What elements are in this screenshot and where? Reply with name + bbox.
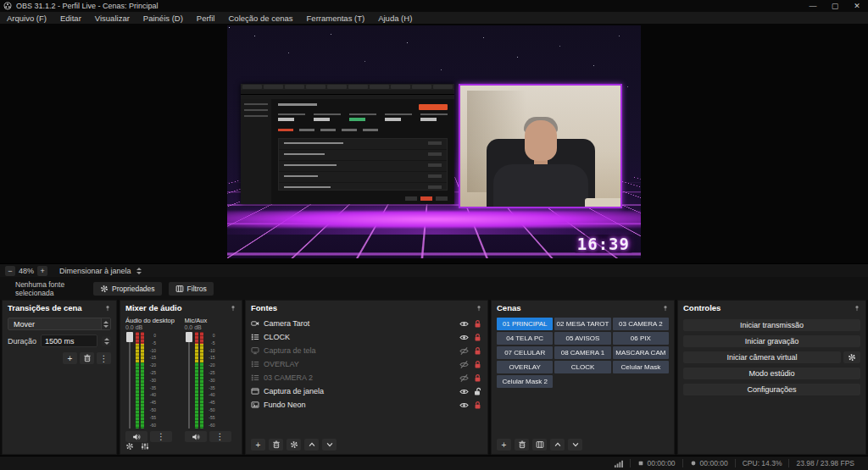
close-button[interactable]: ✕ xyxy=(846,0,868,12)
lock-icon[interactable] xyxy=(473,373,482,383)
transition-select[interactable]: Mover xyxy=(8,318,111,330)
start-streaming-button[interactable]: Iniciar transmissão xyxy=(683,319,860,331)
window-icon xyxy=(251,387,259,395)
remove-source-button[interactable] xyxy=(269,439,283,451)
advanced-audio-icon[interactable] xyxy=(141,442,149,451)
menu-arquivo[interactable]: Arquivo (F) xyxy=(0,12,53,24)
scene-item-camera-2[interactable]: 03 CAMERA 2 xyxy=(613,318,669,330)
eye-icon[interactable] xyxy=(459,333,469,342)
source-row[interactable]: OVERLAY xyxy=(246,357,487,371)
pin-icon[interactable] xyxy=(476,305,482,312)
lock-icon[interactable] xyxy=(473,333,482,342)
channel-options-button[interactable]: ⋮ xyxy=(150,431,172,442)
source-row[interactable]: Captura de tela xyxy=(246,344,487,357)
source-row[interactable]: Camera Tarot xyxy=(246,317,487,330)
maximize-button[interactable]: ▢ xyxy=(824,0,846,12)
mute-button[interactable] xyxy=(185,431,207,442)
eye-icon[interactable] xyxy=(459,319,469,329)
preview-area[interactable]: 16:39 xyxy=(0,24,868,263)
lock-icon[interactable] xyxy=(473,319,482,329)
start-recording-button[interactable]: Iniciar gravação xyxy=(683,335,860,347)
start-virtual-camera-button[interactable]: Iniciar câmera virtual xyxy=(683,351,841,363)
filters-button[interactable]: Filtros xyxy=(169,282,214,296)
add-scene-button[interactable]: + xyxy=(497,439,511,451)
gear-icon xyxy=(290,440,298,449)
properties-button[interactable]: Propriedades xyxy=(93,282,162,296)
duration-input[interactable] xyxy=(41,335,97,347)
fps-counter: 23.98 / 23.98 FPS xyxy=(789,459,861,467)
studio-mode-button[interactable]: Modo estúdio xyxy=(683,368,860,379)
minimize-button[interactable]: — xyxy=(802,0,824,12)
menu-editar[interactable]: Editar xyxy=(53,12,88,24)
volume-slider[interactable] xyxy=(125,332,134,429)
browser-content xyxy=(271,99,454,204)
eye-off-icon[interactable] xyxy=(459,373,469,383)
channel-options-button[interactable]: ⋮ xyxy=(209,431,231,442)
chevron-up-icon xyxy=(554,440,562,449)
zoom-out-button[interactable]: − xyxy=(5,266,15,276)
pin-icon[interactable] xyxy=(662,305,669,312)
lock-icon[interactable] xyxy=(473,346,482,356)
scene-item-principal[interactable]: 01 PRINCIPAL xyxy=(497,318,553,330)
status-bar: 00:00:00 00:00:00 CPU: 14.3% 23.98 / 23.… xyxy=(0,456,868,470)
lock-icon[interactable] xyxy=(473,360,482,369)
menu-colecao-de-cenas[interactable]: Coleção de cenas xyxy=(221,12,299,24)
scale-mode-spinner[interactable] xyxy=(135,266,144,276)
scene-item-clock[interactable]: CLOCK xyxy=(554,361,610,373)
remove-scene-button[interactable] xyxy=(515,439,529,451)
eye-icon[interactable] xyxy=(459,401,469,410)
pin-icon[interactable] xyxy=(104,305,111,312)
scale-mode-label[interactable]: Dimensionar à janela xyxy=(59,267,131,275)
speaker-icon xyxy=(192,433,200,441)
eye-off-icon[interactable] xyxy=(459,346,469,356)
unlock-icon[interactable] xyxy=(473,387,482,396)
duration-spinner[interactable] xyxy=(102,336,111,346)
mute-button[interactable] xyxy=(125,431,147,442)
remove-transition-button[interactable] xyxy=(80,352,94,364)
scene-grid: 01 PRINCIPAL 02 MESA TAROT 03 CAMERA 2 0… xyxy=(497,318,669,388)
menu-visualizar[interactable]: Visualizar xyxy=(88,12,136,24)
move-source-down-button[interactable] xyxy=(322,439,337,451)
settings-button[interactable]: Configurações xyxy=(683,384,860,395)
move-scene-up-button[interactable] xyxy=(550,439,565,451)
scene-item-mesa-tarot[interactable]: 02 MESA TAROT xyxy=(554,318,610,330)
lock-icon[interactable] xyxy=(473,401,482,410)
add-transition-button[interactable]: + xyxy=(63,352,77,364)
transition-properties-button[interactable]: ⋮ xyxy=(97,352,111,364)
volume-slider[interactable] xyxy=(185,332,193,429)
zoom-in-button[interactable]: + xyxy=(37,266,47,276)
pin-icon[interactable] xyxy=(230,305,236,312)
chevron-up-icon xyxy=(308,440,316,449)
channel-level: 0.0 dB xyxy=(185,324,237,330)
scene-item-mascara-cam[interactable]: MASCARA CAM xyxy=(613,346,669,359)
menu-ajuda[interactable]: Ajuda (H) xyxy=(371,12,419,24)
source-row[interactable]: 03 CAMERA 2 xyxy=(246,371,487,384)
scene-item-overlay[interactable]: OVERLAY xyxy=(497,361,553,373)
source-properties-button[interactable] xyxy=(287,439,301,451)
mixer-settings-gear-icon[interactable] xyxy=(125,442,134,451)
menu-ferramentas[interactable]: Ferramentas (T) xyxy=(300,12,372,24)
transition-select-spinner[interactable] xyxy=(101,318,110,329)
add-source-button[interactable]: + xyxy=(251,439,265,451)
pin-icon[interactable] xyxy=(854,305,860,312)
scene-item-tela-pc[interactable]: 04 TELA PC xyxy=(497,332,553,345)
move-scene-down-button[interactable] xyxy=(568,439,582,451)
scene-item-celular[interactable]: 07 CELULAR xyxy=(497,346,553,359)
source-row[interactable]: Captura de janela xyxy=(246,384,487,398)
scene-source-icon xyxy=(251,360,259,368)
scene-canvas[interactable]: 16:39 xyxy=(227,25,641,258)
virtual-camera-settings-button[interactable] xyxy=(843,351,860,363)
menu-paineis[interactable]: Painéis (D) xyxy=(136,12,190,24)
scene-item-camera-1[interactable]: 08 CAMERA 1 xyxy=(554,346,610,359)
scene-item-celular-mask[interactable]: Celular Mask xyxy=(613,361,669,373)
move-source-up-button[interactable] xyxy=(304,439,319,451)
source-row[interactable]: CLOCK xyxy=(246,330,487,344)
menu-perfil[interactable]: Perfil xyxy=(190,12,222,24)
eye-off-icon[interactable] xyxy=(459,360,469,369)
scene-item-avisos[interactable]: 05 AVISOS xyxy=(554,332,610,345)
scene-filters-button[interactable] xyxy=(532,439,547,451)
source-row[interactable]: Fundo Neon xyxy=(246,398,487,412)
scene-item-pix[interactable]: 06 PIX xyxy=(613,332,669,345)
scene-item-celular-mask-2[interactable]: Celular Mask 2 xyxy=(497,375,553,388)
eye-icon[interactable] xyxy=(459,387,469,396)
